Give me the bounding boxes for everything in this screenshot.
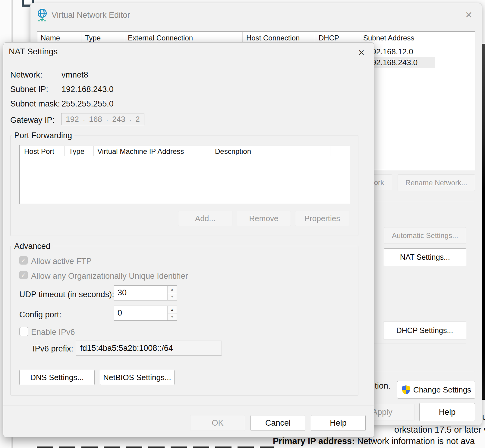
- elevation-text-fragment: tion.: [375, 381, 391, 391]
- column-divider: [64, 146, 65, 156]
- automatic-settings-button[interactable]: Automatic Settings...: [384, 227, 466, 244]
- gateway-octet-3: 243: [112, 115, 125, 124]
- gateway-ip-input[interactable]: 192 . 168 . 243 . 2: [61, 113, 144, 125]
- allow-active-ftp-checkbox[interactable]: ✓: [19, 256, 28, 265]
- col-header-name: Name: [41, 34, 60, 42]
- background-clipped-text-row: [37, 446, 274, 448]
- col-header-dhcp: DHCP: [319, 34, 339, 42]
- rename-network-button[interactable]: Rename Network...: [398, 174, 475, 191]
- gateway-ip-label: Gateway IP:: [10, 116, 55, 125]
- allow-oui-checkbox[interactable]: ✓: [19, 271, 28, 279]
- groupbox-divider: [362, 344, 466, 344]
- dialog-help-button[interactable]: Help: [311, 415, 366, 431]
- screen: orkstation 17.5 or later virtua Primary …: [0, 0, 485, 448]
- network-value: vmnet8: [61, 70, 88, 80]
- cancel-button[interactable]: Cancel: [250, 415, 305, 431]
- column-divider: [81, 32, 81, 43]
- col-header-host-connection: Host Connection: [246, 34, 300, 42]
- background-text-primary-ip: Primary IP address: Network information …: [273, 436, 475, 446]
- column-divider: [435, 32, 435, 43]
- spin-down-icon[interactable]: ▼: [168, 313, 177, 321]
- ipv6-prefix-input[interactable]: fd15:4ba5:5a2b:1008::/64: [76, 341, 222, 356]
- advanced-group-label: Advanced: [12, 242, 53, 251]
- allow-active-ftp-label: Allow active FTP: [31, 257, 92, 266]
- dialog-close-icon[interactable]: ✕: [354, 46, 369, 59]
- column-divider: [360, 32, 360, 43]
- config-port-stepper[interactable]: 0 ▲ ▼: [114, 306, 177, 321]
- header-divider: [20, 157, 350, 157]
- change-settings-button[interactable]: Change Settings: [397, 381, 475, 399]
- enable-ipv6-label: Enable IPv6: [31, 328, 75, 337]
- gateway-octet-1: 192: [66, 115, 79, 124]
- primary-ip-label: Primary IP address:: [273, 436, 355, 446]
- col-header-description: Description: [215, 147, 251, 156]
- column-divider: [242, 32, 243, 43]
- subnet-mask-value: 255.255.255.0: [61, 99, 114, 109]
- subnet-ip-value: 192.168.243.0: [61, 85, 114, 94]
- col-header-type: Type: [69, 147, 84, 156]
- subnet-ip-label: Subnet IP:: [10, 85, 48, 94]
- column-divider: [330, 146, 330, 156]
- udp-timeout-label: UDP timeout (in seconds):: [19, 290, 114, 299]
- netbios-settings-button[interactable]: NetBIOS Settings...: [100, 370, 175, 385]
- col-header-vm-ip: Virtual Machine IP Address: [97, 147, 184, 156]
- column-divider: [315, 32, 315, 43]
- properties-button[interactable]: Properties: [295, 211, 349, 226]
- subnet-address-cell: 192.168.243.0: [367, 58, 417, 67]
- globe-network-icon: [36, 8, 48, 21]
- spin-up-icon[interactable]: ▲: [168, 286, 177, 293]
- remove-port-forward-button[interactable]: Remove: [237, 211, 291, 226]
- octet-separator: .: [83, 116, 85, 122]
- gateway-octet-2: 168: [89, 115, 102, 124]
- primary-ip-value-text: Network information is not ava: [357, 436, 475, 446]
- dhcp-settings-button[interactable]: DHCP Settings...: [383, 322, 466, 339]
- col-header-external-connection: External Connection: [128, 34, 193, 42]
- octet-separator: .: [130, 116, 131, 122]
- nat-settings-button[interactable]: NAT Settings...: [384, 248, 466, 266]
- octet-separator: .: [106, 116, 108, 122]
- nat-settings-dialog: NAT Settings ✕ Network: vmnet8 Subnet IP…: [3, 42, 374, 437]
- port-forwarding-table[interactable]: Host Port Type Virtual Machine IP Addres…: [19, 145, 350, 204]
- change-settings-label: Change Settings: [413, 385, 471, 395]
- editor-help-button[interactable]: Help: [419, 403, 475, 421]
- column-divider: [211, 146, 211, 156]
- background-text-workstation: orkstation 17.5 or later virtua: [394, 425, 485, 435]
- footer-divider: [3, 405, 374, 405]
- udp-timeout-value: 30: [118, 288, 127, 297]
- ipv6-prefix-label: IPv6 prefix:: [33, 344, 73, 354]
- config-port-label: Config port:: [19, 310, 61, 319]
- col-header-type: Type: [85, 34, 101, 42]
- enable-ipv6-checkbox[interactable]: [19, 327, 28, 336]
- spin-up-icon[interactable]: ▲: [168, 306, 177, 313]
- ok-button[interactable]: OK: [190, 415, 245, 431]
- dialog-title: NAT Settings: [9, 47, 58, 56]
- editor-window-title: Virtual Network Editor: [52, 11, 130, 20]
- col-header-subnet-address: Subnet Address: [363, 34, 414, 42]
- network-label: Network:: [10, 70, 43, 80]
- udp-timeout-stepper[interactable]: 30 ▲ ▼: [114, 285, 177, 300]
- gateway-octet-4: 2: [135, 115, 140, 124]
- dns-settings-button[interactable]: DNS Settings...: [19, 370, 95, 385]
- column-divider: [125, 32, 125, 43]
- uac-shield-icon: [401, 385, 411, 395]
- config-port-value: 0: [118, 308, 122, 318]
- allow-oui-label: Allow any Organizationally Unique Identi…: [31, 272, 188, 281]
- subnet-mask-label: Subnet mask:: [10, 99, 60, 109]
- col-header-host-port: Host Port: [24, 147, 54, 156]
- column-divider: [93, 146, 94, 156]
- editor-close-icon[interactable]: ✕: [462, 9, 475, 21]
- spin-down-icon[interactable]: ▼: [168, 293, 177, 300]
- titlebar-divider: [3, 70, 374, 70]
- port-forwarding-group-label: Port Forwarding: [12, 131, 74, 140]
- add-port-forward-button[interactable]: Add...: [178, 211, 232, 226]
